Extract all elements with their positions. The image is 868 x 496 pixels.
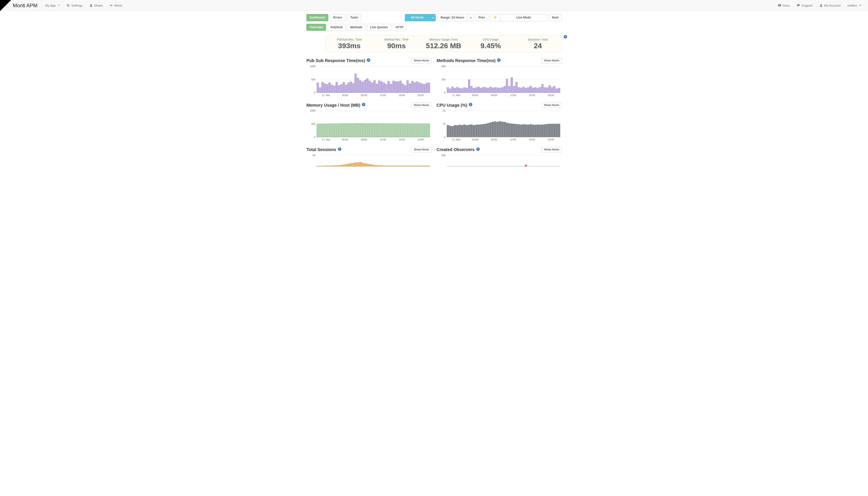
show-hosts-button[interactable]: Show Hosts <box>542 147 562 153</box>
svg-rect-80 <box>478 87 480 93</box>
svg-rect-204 <box>482 124 484 137</box>
page-errors[interactable]: Errors <box>330 14 345 21</box>
show-hosts-button[interactable]: Show Hosts <box>542 58 562 64</box>
hosts-selector[interactable]: All Hosts <box>405 14 430 21</box>
tab-live-queries[interactable]: Live Queries <box>367 24 391 31</box>
svg-rect-28 <box>369 81 371 93</box>
svg-rect-153 <box>376 123 378 137</box>
svg-rect-191 <box>451 126 453 137</box>
help-icon[interactable]: ? <box>469 103 472 106</box>
tab-methods[interactable]: Methods <box>347 24 366 31</box>
svg-rect-150 <box>369 123 371 137</box>
page-dashboard[interactable]: Dashboard <box>306 14 328 21</box>
svg-rect-197 <box>466 125 468 137</box>
chart-cpu: CPU Usage (%) ? Show Hosts 0102011. Mar0… <box>436 103 562 141</box>
range-selector-dropdown[interactable] <box>467 14 474 21</box>
svg-rect-143 <box>352 123 354 137</box>
help-icon[interactable]: ? <box>497 58 500 62</box>
tab-http[interactable]: HTTP <box>392 24 407 31</box>
svg-text:11. Mar: 11. Mar <box>322 138 330 141</box>
summary-help-icon[interactable]: ? <box>564 35 567 38</box>
svg-rect-233 <box>551 124 553 137</box>
svg-rect-168 <box>411 123 413 137</box>
page-tools[interactable]: Tools <box>347 14 361 21</box>
person-icon <box>820 4 823 7</box>
help-icon[interactable]: ? <box>338 148 341 151</box>
nav-settings[interactable]: Settings <box>63 1 86 10</box>
next-button[interactable]: Next <box>549 14 562 21</box>
svg-rect-79 <box>475 87 477 93</box>
help-icon[interactable]: ? <box>367 58 370 62</box>
svg-rect-9 <box>324 83 326 92</box>
svg-rect-34 <box>383 83 385 93</box>
svg-rect-31 <box>376 84 378 93</box>
svg-rect-114 <box>558 88 560 93</box>
nav-user-label: zodern <box>847 4 857 7</box>
nav-alerts[interactable]: Alerts <box>106 1 125 10</box>
nav-user-menu[interactable]: zodern <box>844 1 864 10</box>
bolt-icon: ⚡ <box>493 16 497 19</box>
svg-rect-16 <box>340 84 342 93</box>
chart-pubsub: Pub Sub Response Time(ms) ? Show Hosts 0… <box>306 58 432 97</box>
svg-rect-264 <box>359 162 361 166</box>
caret-down-icon <box>859 5 861 6</box>
svg-rect-39 <box>395 81 397 92</box>
live-mode-indicator[interactable]: ⚡ <box>490 14 500 21</box>
nav-my-account[interactable]: My Account <box>817 1 844 10</box>
svg-rect-255 <box>338 165 340 166</box>
hosts-selector-dropdown[interactable] <box>429 14 436 21</box>
svg-rect-158 <box>388 123 390 137</box>
svg-rect-101 <box>527 87 529 93</box>
nav-share[interactable]: Share <box>87 1 106 10</box>
svg-rect-103 <box>532 88 534 92</box>
show-hosts-button[interactable]: Show Hosts <box>542 103 562 108</box>
svg-rect-104 <box>534 87 537 93</box>
nav-docs[interactable]: Docs <box>775 1 793 10</box>
svg-rect-263 <box>357 162 359 166</box>
prev-button[interactable]: Prev <box>475 14 488 21</box>
help-icon[interactable]: ? <box>362 103 365 106</box>
svg-rect-260 <box>350 163 352 166</box>
nav-support[interactable]: Support <box>794 1 816 10</box>
svg-rect-20 <box>350 81 352 93</box>
svg-rect-194 <box>459 125 461 137</box>
svg-text:0: 0 <box>444 136 446 138</box>
svg-text:04:00: 04:00 <box>342 138 348 141</box>
svg-rect-86 <box>492 88 494 92</box>
app-selector[interactable]: My App <box>42 1 63 10</box>
show-hosts-button[interactable]: Show Hosts <box>411 103 432 108</box>
tab-pubsub[interactable]: Pub/Sub <box>327 24 346 31</box>
svg-text:12:00: 12:00 <box>380 138 386 141</box>
svg-rect-38 <box>392 81 394 93</box>
svg-rect-42 <box>402 84 404 93</box>
svg-rect-113 <box>556 89 558 93</box>
help-icon[interactable]: ? <box>476 148 480 151</box>
svg-text:08:00: 08:00 <box>361 138 367 141</box>
caret-down-icon <box>470 17 472 18</box>
svg-rect-130 <box>321 124 324 137</box>
svg-rect-147 <box>361 123 364 137</box>
summary-label: Memory Usage / host <box>422 38 465 41</box>
svg-rect-235 <box>556 124 558 137</box>
svg-rect-205 <box>484 124 487 137</box>
summary-strip: PubSub Res. Time 393ms Method Res. Time … <box>326 35 562 53</box>
svg-rect-102 <box>529 86 532 93</box>
svg-text:04:00: 04:00 <box>472 94 478 96</box>
tab-overview[interactable]: Overview <box>306 24 326 31</box>
svg-rect-271 <box>376 165 378 166</box>
caret-down-icon <box>58 5 60 6</box>
svg-rect-330 <box>525 165 527 166</box>
svg-rect-14 <box>335 82 338 93</box>
brand[interactable]: Monti APM <box>0 0 41 11</box>
range-selector[interactable]: Range: 24 Hours <box>437 14 467 21</box>
svg-rect-273 <box>380 166 383 166</box>
show-hosts-button[interactable]: Show Hosts <box>411 58 432 64</box>
svg-rect-225 <box>532 125 534 137</box>
svg-rect-193 <box>456 126 459 137</box>
live-mode-button[interactable]: Live Mode <box>500 14 547 21</box>
svg-rect-19 <box>347 83 349 93</box>
svg-rect-6 <box>317 83 319 93</box>
show-hosts-button[interactable]: Show Hosts <box>411 147 432 153</box>
svg-rect-48 <box>416 81 418 93</box>
svg-rect-78 <box>473 88 475 93</box>
